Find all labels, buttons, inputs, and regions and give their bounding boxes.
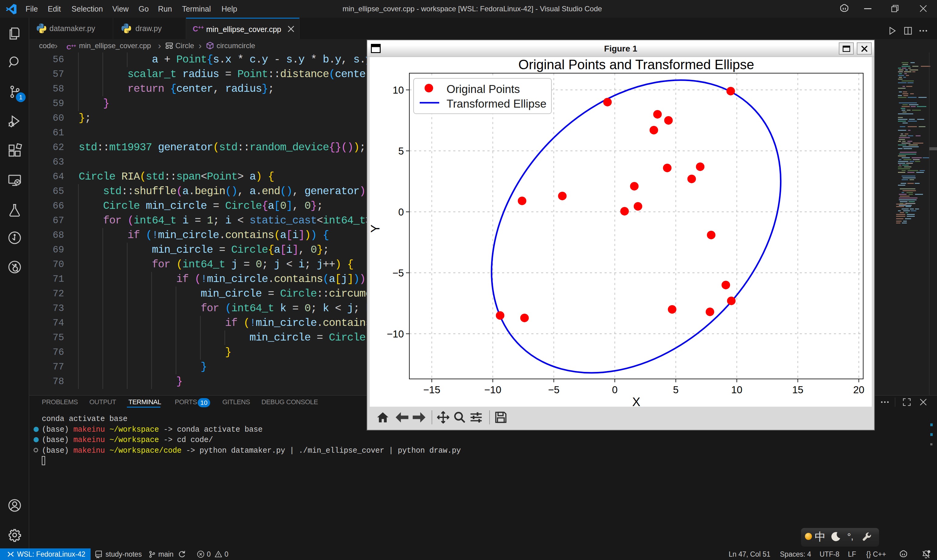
svg-text:0: 0: [398, 206, 404, 218]
svg-text:−10: −10: [387, 328, 404, 340]
svg-text:−5: −5: [548, 384, 560, 395]
svg-text:20: 20: [853, 384, 865, 395]
svg-text:−5: −5: [392, 267, 404, 278]
svg-text:Original Points and Transforme: Original Points and Transformed Ellipse: [519, 57, 754, 72]
svg-text:Transformed Ellipse: Transformed Ellipse: [447, 98, 547, 110]
svg-text:15: 15: [792, 384, 803, 395]
svg-text:−15: −15: [423, 384, 441, 395]
svg-text:5: 5: [673, 384, 678, 395]
svg-text:10: 10: [731, 384, 743, 395]
svg-text:Y: Y: [370, 225, 382, 233]
svg-text:0: 0: [612, 384, 617, 395]
svg-text:10: 10: [393, 85, 404, 96]
svg-text:−10: −10: [484, 384, 501, 395]
svg-text:Original Points: Original Points: [447, 83, 520, 95]
svg-text:X: X: [632, 395, 641, 407]
svg-text:5: 5: [398, 145, 404, 157]
